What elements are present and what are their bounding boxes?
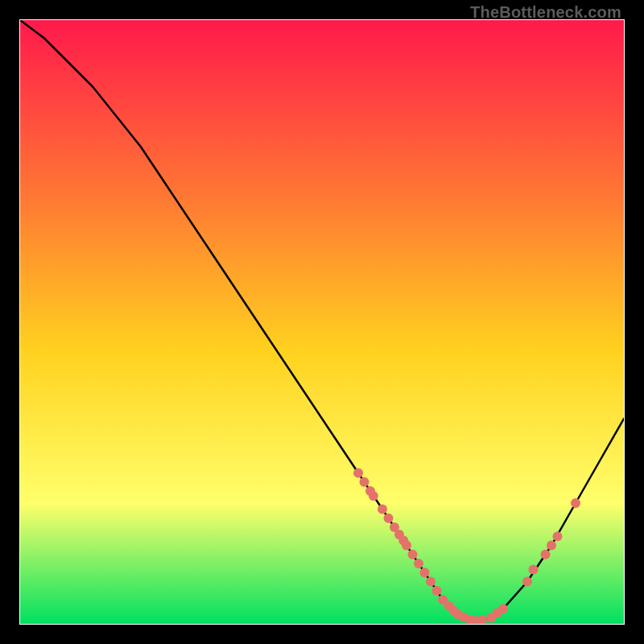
data-marker (414, 559, 423, 568)
data-marker (522, 577, 532, 587)
data-marker (426, 577, 436, 587)
data-marker (369, 491, 378, 501)
data-marker (402, 541, 411, 551)
data-marker (498, 604, 508, 613)
bottleneck-chart (20, 20, 624, 624)
data-marker (571, 498, 580, 508)
data-marker (353, 469, 363, 478)
data-marker (432, 586, 442, 596)
data-marker (408, 550, 418, 559)
chart-frame (19, 19, 625, 625)
data-marker (360, 477, 369, 487)
data-marker (384, 514, 394, 523)
data-marker (529, 565, 539, 575)
data-marker (420, 568, 430, 577)
data-marker (553, 531, 563, 541)
data-marker (547, 541, 556, 551)
data-marker (541, 550, 551, 559)
data-marker (378, 505, 387, 514)
